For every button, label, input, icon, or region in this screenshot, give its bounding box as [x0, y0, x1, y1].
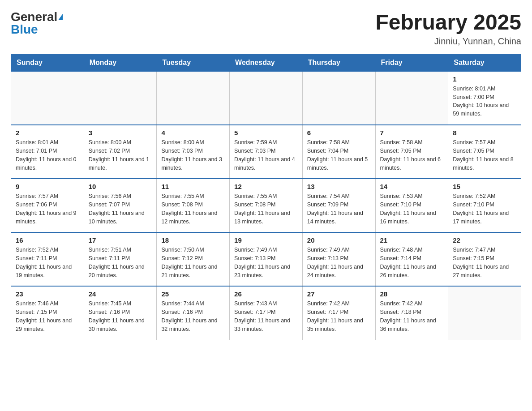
day-info: Sunrise: 8:01 AMSunset: 7:00 PMDaylight:…: [453, 85, 516, 118]
day-info: Sunrise: 8:00 AMSunset: 7:02 PMDaylight:…: [89, 138, 152, 172]
day-number: 1: [453, 75, 516, 83]
day-of-week-header: Friday: [375, 54, 448, 71]
day-number: 10: [89, 183, 152, 190]
calendar-cell: 27Sunrise: 7:42 AMSunset: 7:17 PMDayligh…: [302, 286, 375, 340]
day-number: 21: [380, 236, 444, 244]
day-info: Sunrise: 7:58 AMSunset: 7:04 PMDaylight:…: [307, 138, 371, 172]
logo: General Blue: [11, 11, 63, 36]
day-info: Sunrise: 7:42 AMSunset: 7:18 PMDaylight:…: [380, 300, 444, 333]
page-header: General Blue February 2025 Jinniu, Yunna…: [11, 11, 521, 47]
day-info: Sunrise: 7:53 AMSunset: 7:10 PMDaylight:…: [380, 192, 444, 226]
calendar-header-row: SundayMondayTuesdayWednesdayThursdayFrid…: [11, 54, 521, 71]
day-number: 20: [307, 236, 371, 244]
day-number: 18: [161, 236, 225, 244]
day-info: Sunrise: 7:45 AMSunset: 7:16 PMDaylight:…: [89, 300, 152, 333]
day-info: Sunrise: 7:44 AMSunset: 7:16 PMDaylight:…: [161, 300, 225, 333]
calendar-week-row: 16Sunrise: 7:52 AMSunset: 7:11 PMDayligh…: [11, 232, 521, 286]
day-info: Sunrise: 7:49 AMSunset: 7:13 PMDaylight:…: [307, 246, 371, 279]
day-number: 12: [234, 183, 298, 190]
day-number: 3: [89, 129, 152, 137]
day-number: 14: [380, 183, 444, 190]
day-of-week-header: Saturday: [448, 54, 521, 71]
day-info: Sunrise: 7:43 AMSunset: 7:17 PMDaylight:…: [234, 300, 298, 333]
day-number: 9: [16, 183, 79, 190]
day-of-week-header: Tuesday: [157, 54, 230, 71]
day-info: Sunrise: 7:56 AMSunset: 7:07 PMDaylight:…: [89, 192, 152, 226]
calendar-cell: [157, 71, 230, 125]
day-number: 17: [89, 236, 152, 244]
month-title: February 2025: [375, 11, 521, 34]
calendar-cell: 19Sunrise: 7:49 AMSunset: 7:13 PMDayligh…: [230, 232, 303, 286]
calendar-cell: [84, 71, 157, 125]
day-info: Sunrise: 7:51 AMSunset: 7:11 PMDaylight:…: [89, 246, 152, 279]
calendar-cell: 16Sunrise: 7:52 AMSunset: 7:11 PMDayligh…: [11, 232, 84, 286]
day-info: Sunrise: 7:57 AMSunset: 7:05 PMDaylight:…: [453, 138, 516, 172]
day-of-week-header: Sunday: [11, 54, 84, 71]
calendar-cell: 28Sunrise: 7:42 AMSunset: 7:18 PMDayligh…: [375, 286, 448, 340]
title-section: February 2025 Jinniu, Yunnan, China: [375, 11, 521, 47]
calendar-cell: 12Sunrise: 7:55 AMSunset: 7:08 PMDayligh…: [230, 179, 303, 232]
day-info: Sunrise: 7:42 AMSunset: 7:17 PMDaylight:…: [307, 300, 371, 333]
logo-blue-text: Blue: [11, 23, 38, 36]
day-number: 11: [161, 183, 225, 190]
day-number: 5: [234, 129, 298, 137]
day-info: Sunrise: 7:55 AMSunset: 7:08 PMDaylight:…: [161, 192, 225, 226]
day-number: 6: [307, 129, 371, 137]
calendar-table: SundayMondayTuesdayWednesdayThursdayFrid…: [11, 54, 521, 340]
calendar-cell: [375, 71, 448, 125]
calendar-cell: 22Sunrise: 7:47 AMSunset: 7:15 PMDayligh…: [448, 232, 521, 286]
day-info: Sunrise: 7:54 AMSunset: 7:09 PMDaylight:…: [307, 192, 371, 226]
calendar-cell: [448, 286, 521, 340]
calendar-cell: 25Sunrise: 7:44 AMSunset: 7:16 PMDayligh…: [157, 286, 230, 340]
calendar-cell: 8Sunrise: 7:57 AMSunset: 7:05 PMDaylight…: [448, 125, 521, 179]
day-of-week-header: Wednesday: [230, 54, 303, 71]
day-info: Sunrise: 7:59 AMSunset: 7:03 PMDaylight:…: [234, 138, 298, 172]
day-number: 16: [16, 236, 79, 244]
day-number: 27: [307, 290, 371, 298]
calendar-cell: 13Sunrise: 7:54 AMSunset: 7:09 PMDayligh…: [302, 179, 375, 232]
calendar-cell: 6Sunrise: 7:58 AMSunset: 7:04 PMDaylight…: [302, 125, 375, 179]
day-info: Sunrise: 8:00 AMSunset: 7:03 PMDaylight:…: [161, 138, 225, 172]
day-number: 28: [380, 290, 444, 298]
day-info: Sunrise: 7:52 AMSunset: 7:11 PMDaylight:…: [16, 246, 79, 279]
calendar-cell: 7Sunrise: 7:58 AMSunset: 7:05 PMDaylight…: [375, 125, 448, 179]
day-info: Sunrise: 7:46 AMSunset: 7:15 PMDaylight:…: [16, 300, 79, 333]
calendar-cell: 15Sunrise: 7:52 AMSunset: 7:10 PMDayligh…: [448, 179, 521, 232]
calendar-cell: 14Sunrise: 7:53 AMSunset: 7:10 PMDayligh…: [375, 179, 448, 232]
calendar-cell: 4Sunrise: 8:00 AMSunset: 7:03 PMDaylight…: [157, 125, 230, 179]
calendar-cell: 10Sunrise: 7:56 AMSunset: 7:07 PMDayligh…: [84, 179, 157, 232]
calendar-week-row: 1Sunrise: 8:01 AMSunset: 7:00 PMDaylight…: [11, 71, 521, 125]
logo-general-text: General: [11, 11, 57, 23]
day-number: 19: [234, 236, 298, 244]
calendar-cell: [230, 71, 303, 125]
day-number: 22: [453, 236, 516, 244]
calendar-week-row: 9Sunrise: 7:57 AMSunset: 7:06 PMDaylight…: [11, 179, 521, 232]
calendar-cell: [302, 71, 375, 125]
calendar-cell: 5Sunrise: 7:59 AMSunset: 7:03 PMDaylight…: [230, 125, 303, 179]
day-number: 25: [161, 290, 225, 298]
day-number: 8: [453, 129, 516, 137]
calendar-cell: 9Sunrise: 7:57 AMSunset: 7:06 PMDaylight…: [11, 179, 84, 232]
calendar-cell: 23Sunrise: 7:46 AMSunset: 7:15 PMDayligh…: [11, 286, 84, 340]
logo-triangle-icon: [58, 14, 63, 20]
calendar-cell: 11Sunrise: 7:55 AMSunset: 7:08 PMDayligh…: [157, 179, 230, 232]
calendar-cell: 2Sunrise: 8:01 AMSunset: 7:01 PMDaylight…: [11, 125, 84, 179]
day-number: 23: [16, 290, 79, 298]
day-info: Sunrise: 7:57 AMSunset: 7:06 PMDaylight:…: [16, 192, 79, 226]
calendar-cell: 26Sunrise: 7:43 AMSunset: 7:17 PMDayligh…: [230, 286, 303, 340]
calendar-cell: 3Sunrise: 8:00 AMSunset: 7:02 PMDaylight…: [84, 125, 157, 179]
calendar-cell: 17Sunrise: 7:51 AMSunset: 7:11 PMDayligh…: [84, 232, 157, 286]
day-info: Sunrise: 7:55 AMSunset: 7:08 PMDaylight:…: [234, 192, 298, 226]
day-of-week-header: Thursday: [302, 54, 375, 71]
day-number: 2: [16, 129, 79, 137]
day-number: 26: [234, 290, 298, 298]
calendar-cell: [11, 71, 84, 125]
day-of-week-header: Monday: [84, 54, 157, 71]
day-number: 7: [380, 129, 444, 137]
day-info: Sunrise: 7:48 AMSunset: 7:14 PMDaylight:…: [380, 246, 444, 279]
day-number: 13: [307, 183, 371, 190]
calendar-cell: 20Sunrise: 7:49 AMSunset: 7:13 PMDayligh…: [302, 232, 375, 286]
day-number: 15: [453, 183, 516, 190]
calendar-cell: 24Sunrise: 7:45 AMSunset: 7:16 PMDayligh…: [84, 286, 157, 340]
calendar-cell: 1Sunrise: 8:01 AMSunset: 7:00 PMDaylight…: [448, 71, 521, 125]
